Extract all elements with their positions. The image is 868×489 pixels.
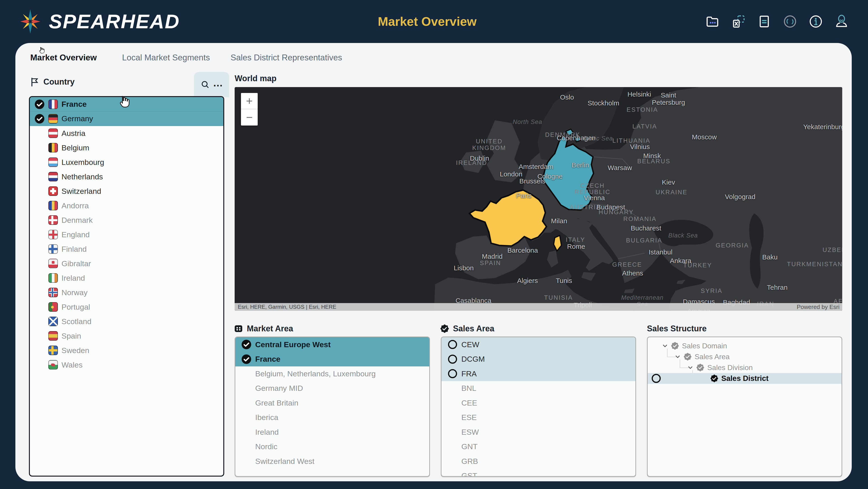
- sales-area-row-cew[interactable]: CEW: [441, 337, 636, 352]
- zoom-in-button[interactable]: +: [241, 93, 258, 109]
- country-row-norway[interactable]: Norway: [30, 285, 223, 300]
- map-label-spain: SPAIN: [480, 260, 501, 266]
- sales-area-label: CEE: [461, 399, 477, 407]
- badge-icon: [710, 374, 719, 383]
- country-list: FranceGermanyAustriaBelgiumLuxembourgNet…: [29, 96, 224, 477]
- map-label-hungary: HUNGARY: [598, 209, 634, 215]
- market-area-row-iberica[interactable]: Iberica: [235, 410, 429, 425]
- country-row-scotland[interactable]: Scotland: [30, 314, 223, 328]
- market-area-row-great-britain[interactable]: Great Britain: [235, 396, 429, 410]
- sales-area-row-cee[interactable]: CEE: [441, 396, 636, 410]
- country-row-andorra[interactable]: Andorra: [30, 198, 223, 213]
- sales-area-row-ese[interactable]: ESE: [441, 410, 636, 425]
- tree-node-label: Sales District: [721, 374, 769, 383]
- tree-node-sales-area[interactable]: Sales Area: [648, 351, 842, 362]
- flag-be-icon: [49, 143, 58, 152]
- badge-icon: [696, 363, 705, 372]
- world-map[interactable]: OsloStockholmHelsinkiSaint PetersburgEST…: [235, 87, 842, 311]
- sales-area-row-gnt[interactable]: GNT: [441, 439, 636, 454]
- sales-area-row-dcgm[interactable]: DCGM: [441, 352, 636, 367]
- map-attribution: Esri, HERE, Garmin, USGS | Esri, HERE Po…: [235, 303, 842, 311]
- report-icon[interactable]: [757, 14, 772, 29]
- country-row-england[interactable]: England: [30, 227, 223, 242]
- map-label-uzbekis: UZBEKIS: [823, 247, 842, 253]
- flag-es-icon: [49, 331, 58, 341]
- flag-ad-icon: [49, 201, 58, 210]
- chevron-down-icon[interactable]: [687, 365, 693, 371]
- map-label-black-sea: Black Sea: [668, 232, 698, 239]
- country-row-denmark[interactable]: Denmark: [30, 213, 223, 227]
- sales-area-row-esw[interactable]: ESW: [441, 425, 636, 439]
- map-label-greece: GREECE: [612, 261, 642, 268]
- flag-fi-icon: [49, 244, 58, 254]
- country-row-switzerland[interactable]: Switzerland: [30, 184, 223, 198]
- sales-area-row-grb[interactable]: GRB: [441, 454, 636, 469]
- sales-area-title-text: Sales Area: [453, 324, 494, 334]
- zoom-out-button[interactable]: −: [241, 109, 258, 125]
- search-icon[interactable]: [200, 80, 210, 90]
- user-icon[interactable]: [834, 14, 849, 29]
- country-row-portugal[interactable]: Portugal: [30, 300, 223, 314]
- country-row-wales[interactable]: Wales: [30, 357, 223, 372]
- info-icon[interactable]: [808, 14, 823, 29]
- flag-pt-icon: [49, 302, 58, 312]
- country-row-luxembourg[interactable]: Luxembourg: [30, 155, 223, 169]
- tab-local-market-segments[interactable]: Local Market Segments: [122, 53, 210, 62]
- country-row-france[interactable]: France: [30, 97, 223, 112]
- country-row-netherlands[interactable]: Netherlands: [30, 169, 223, 184]
- map-label-istanbul: Istanbul: [649, 249, 673, 256]
- map-label-amsterdam: Amsterdam: [519, 163, 553, 170]
- map-attribution-text: Esri, HERE, Garmin, USGS | Esri, HERE: [235, 304, 336, 310]
- sales-area-label: ESE: [461, 413, 477, 422]
- map-label-oslo: Oslo: [560, 94, 574, 101]
- map-label-athens: Athens: [622, 269, 643, 277]
- tab-sales-district-representatives[interactable]: Sales District Representatives: [230, 53, 342, 62]
- tab-market-overview[interactable]: Market Overview: [30, 53, 97, 62]
- market-area-row-switzerland-west[interactable]: Switzerland West: [235, 454, 429, 469]
- country-panel-toolbar: ...: [194, 72, 229, 97]
- flag-se-icon: [49, 346, 58, 355]
- folder-icon[interactable]: [705, 14, 720, 29]
- sales-area-label: BNL: [461, 384, 476, 393]
- map-label-london: London: [500, 171, 522, 178]
- country-row-spain[interactable]: Spain: [30, 328, 223, 343]
- country-row-austria[interactable]: Austria: [30, 126, 223, 140]
- tree-node-sales-division[interactable]: Sales Division: [648, 362, 842, 373]
- country-row-ireland[interactable]: Ireland: [30, 271, 223, 285]
- tree-node-sales-domain[interactable]: Sales Domain: [648, 340, 842, 351]
- map-label-tehran: Tehran: [767, 284, 788, 291]
- refresh-icon[interactable]: [782, 14, 798, 29]
- market-area-row-germany-mid[interactable]: Germany MID: [235, 381, 429, 396]
- country-row-sweden[interactable]: Sweden: [30, 343, 223, 357]
- flag-ie-icon: [49, 273, 58, 283]
- market-area-grid-icon: [234, 324, 243, 334]
- country-row-germany[interactable]: Germany: [30, 112, 223, 126]
- market-area-row-belgium-netherlands-luxembourg[interactable]: Belgium, Netherlands, Luxembourg: [235, 366, 429, 381]
- country-label: Andorra: [61, 201, 89, 210]
- tree-node-sales-district[interactable]: Sales District: [648, 373, 842, 384]
- chevron-down-icon[interactable]: [675, 354, 681, 359]
- flag-ch-icon: [49, 186, 58, 196]
- country-panel-title: Country: [30, 77, 74, 87]
- sales-area-label: DCGM: [461, 355, 485, 364]
- country-row-gibraltar[interactable]: Gibraltar: [30, 256, 223, 271]
- chevron-down-icon[interactable]: [662, 343, 668, 349]
- map-label-united-kingdom: UNITED KINGDOM: [472, 138, 506, 151]
- map-label-bucharest: Bucharest: [631, 225, 661, 232]
- sales-area-row-gst[interactable]: GST: [441, 469, 636, 477]
- flag-fr-icon: [49, 99, 58, 109]
- radio-icon[interactable]: [652, 374, 661, 383]
- market-area-row-france[interactable]: France: [235, 352, 429, 367]
- export-selection-icon[interactable]: [731, 14, 746, 29]
- country-row-finland[interactable]: Finland: [30, 242, 223, 256]
- market-area-row-central-europe-west[interactable]: Central Europe West: [235, 337, 429, 352]
- sales-area-row-bnl[interactable]: BNL: [441, 381, 636, 396]
- more-options-button[interactable]: ...: [213, 79, 223, 88]
- market-area-row-nordic[interactable]: Nordic: [235, 439, 429, 454]
- map-label-ireland: IRELAND: [456, 160, 487, 166]
- sales-area-row-fra[interactable]: FRA: [441, 366, 636, 381]
- map-label-north-sea: North Sea: [513, 119, 542, 125]
- market-area-row-ireland[interactable]: Ireland: [235, 425, 429, 439]
- country-row-belgium[interactable]: Belgium: [30, 140, 223, 155]
- flag-lu-icon: [49, 157, 58, 167]
